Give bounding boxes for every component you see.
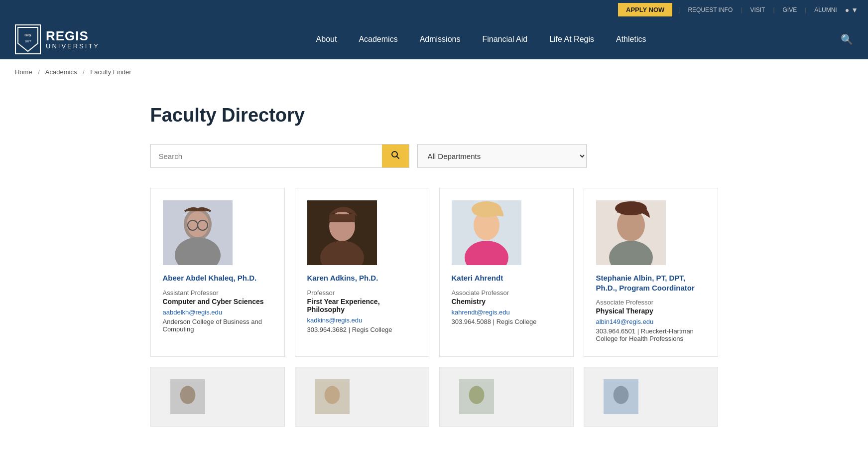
svg-text:1877: 1877 [24, 40, 31, 43]
faculty-card: Abeer Abdel Khaleq, Ph.D. Assistant Prof… [150, 188, 285, 357]
faculty-photo [163, 200, 233, 265]
faculty-title: Professor [307, 289, 335, 297]
give-link[interactable]: GIVE [781, 6, 799, 13]
nav-academics[interactable]: Academics [348, 19, 408, 59]
apply-now-button[interactable]: APPLY NOW [618, 3, 672, 16]
logo-link[interactable]: IHS 1877 REGIS UNIVERSITY [15, 24, 100, 54]
faculty-name[interactable]: Kateri Ahrendt [452, 273, 503, 283]
logo-shield: IHS 1877 [15, 24, 41, 54]
faculty-card-partial [584, 367, 718, 427]
faculty-department: First Year Experience, Philosophy [307, 298, 417, 313]
faculty-photo [307, 200, 377, 265]
nav-athletics[interactable]: Athletics [605, 19, 657, 59]
faculty-name[interactable]: Stephanie Albin, PT, DPT, Ph.D., Program… [596, 273, 706, 293]
search-input[interactable] [151, 145, 382, 167]
faculty-title: Assistant Professor [163, 289, 219, 297]
main-content: Faculty Directory All Departments [135, 85, 733, 457]
breadcrumb-home[interactable]: Home [15, 68, 32, 76]
faculty-photo [452, 200, 521, 265]
faculty-card: Karen Adkins, Ph.D. Professor First Year… [295, 188, 429, 357]
faculty-card: Kateri Ahrendt Associate Professor Chemi… [439, 188, 574, 357]
user-icon: ● [845, 6, 849, 14]
svg-rect-14 [329, 214, 355, 222]
faculty-phone: 303.964.5088 | Regis College [452, 318, 537, 325]
breadcrumb-academics[interactable]: Academics [45, 68, 77, 76]
search-icon [391, 151, 400, 159]
svg-point-26 [324, 386, 340, 404]
page-title: Faculty Directory [150, 105, 718, 126]
search-input-wrap [150, 144, 409, 168]
svg-point-18 [472, 201, 501, 217]
breadcrumb-faculty-finder[interactable]: Faculty Finder [90, 68, 131, 76]
faculty-department: Physical Therapy [596, 307, 653, 315]
faculty-email[interactable]: albin149@regis.edu [596, 318, 654, 325]
search-button[interactable] [382, 145, 409, 167]
visit-link[interactable]: VISIT [748, 6, 767, 13]
faculty-college: Anderson College of Business and Computi… [163, 318, 272, 333]
department-select[interactable]: All Departments [417, 144, 587, 168]
faculty-card-partial [439, 367, 574, 427]
faculty-name[interactable]: Karen Adkins, Ph.D. [307, 273, 378, 283]
search-icon[interactable]: 🔍 [841, 33, 853, 45]
faculty-title: Associate Professor [452, 289, 509, 297]
nav-links: About Academics Admissions Financial Aid… [129, 19, 833, 59]
nav-life-at-regis[interactable]: Life At Regis [538, 19, 605, 59]
nav-admissions[interactable]: Admissions [409, 19, 472, 59]
faculty-phone: 303.964.6501 | Rueckert-Hartman College … [596, 327, 706, 342]
faculty-card-partial [150, 367, 285, 427]
faculty-card: Stephanie Albin, PT, DPT, Ph.D., Program… [584, 188, 718, 357]
chevron-down-icon: ▼ [851, 6, 858, 14]
faculty-email[interactable]: kahrendt@regis.edu [452, 308, 510, 316]
main-navigation: IHS 1877 REGIS UNIVERSITY About Academic… [0, 19, 868, 59]
faculty-title: Associate Professor [596, 299, 654, 306]
faculty-department: Computer and Cyber Sciences [163, 298, 264, 305]
logo-text: REGIS UNIVERSITY [46, 29, 100, 50]
svg-point-30 [613, 386, 628, 404]
request-info-link[interactable]: REQUEST INFO [686, 6, 735, 13]
faculty-card-partial [295, 367, 429, 427]
faculty-email[interactable]: aabdelkh@regis.edu [163, 308, 222, 316]
alumni-link[interactable]: ALUMNI [812, 6, 839, 13]
breadcrumb: Home / Academics / Faculty Finder [0, 59, 868, 85]
svg-point-28 [469, 386, 484, 404]
svg-point-24 [180, 386, 195, 404]
search-area: All Departments [150, 144, 718, 168]
svg-text:IHS: IHS [24, 33, 31, 37]
faculty-phone: 303.964.3682 | Regis College [307, 326, 392, 333]
svg-line-3 [396, 156, 399, 159]
faculty-photo [596, 200, 666, 265]
nav-about[interactable]: About [305, 19, 348, 59]
utility-bar: APPLY NOW | REQUEST INFO | VISIT | GIVE … [0, 0, 868, 19]
nav-financial-aid[interactable]: Financial Aid [471, 19, 538, 59]
faculty-grid-bottom [150, 367, 718, 427]
faculty-grid: Abeer Abdel Khaleq, Ph.D. Assistant Prof… [150, 188, 718, 357]
faculty-department: Chemistry [452, 298, 486, 305]
svg-point-22 [615, 201, 647, 215]
faculty-email[interactable]: kadkins@regis.edu [307, 316, 363, 324]
user-account-area[interactable]: ● ▼ [845, 6, 858, 14]
faculty-name[interactable]: Abeer Abdel Khaleq, Ph.D. [163, 273, 257, 283]
